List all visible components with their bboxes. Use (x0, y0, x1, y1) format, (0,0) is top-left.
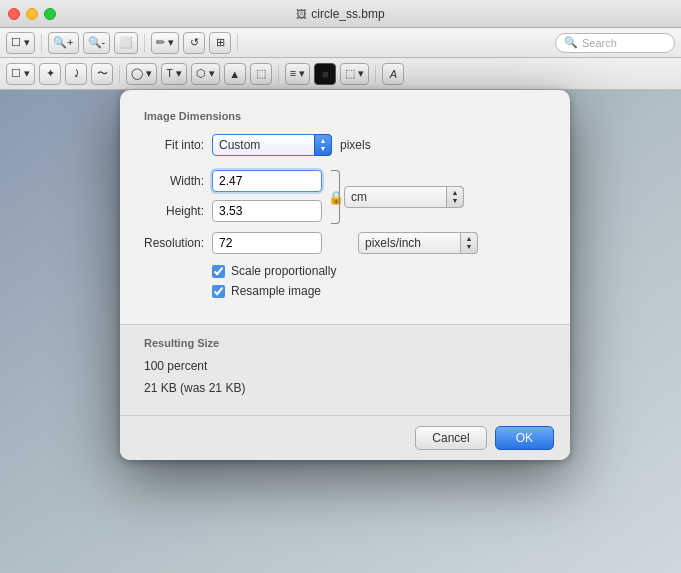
scale-proportionally-row: Scale proportionally (212, 264, 546, 278)
result-filesize: 21 KB (was 21 KB) (144, 381, 546, 395)
magic-btn[interactable]: ✦ (39, 63, 61, 85)
result-section: Resulting Size 100 percent 21 KB (was 21… (120, 324, 570, 415)
scale-proportionally-checkbox[interactable] (212, 265, 225, 278)
shape-btn[interactable]: ◯ ▾ (126, 63, 157, 85)
stamp-btn[interactable]: ▲ (224, 63, 246, 85)
resample-image-checkbox[interactable] (212, 285, 225, 298)
toolbar-row2: ☐ ▾ ✦ ⤸ 〜 ◯ ▾ T ▾ ⬡ ▾ ▲ ⬚ ≡ ▾ ■ ⬚ ▾ A (0, 58, 681, 90)
separator1 (41, 34, 42, 52)
pixels-label: pixels (340, 138, 371, 152)
wh-inputs: Width: 2.47 Height: 3.53 (144, 170, 322, 222)
fit-btn[interactable]: ⬜ (114, 32, 138, 54)
lock-connector: 🔒 (324, 170, 344, 224)
action-btn[interactable]: ⊞ (209, 32, 231, 54)
search-box[interactable]: 🔍 Search (555, 33, 675, 53)
resolution-input[interactable]: 72 (212, 232, 322, 254)
rotate-btn[interactable]: ↺ (183, 32, 205, 54)
wh-section: Width: 2.47 Height: 3.53 🔒 cm px (144, 170, 546, 224)
zoom-in-btn[interactable]: 🔍+ (48, 32, 78, 54)
height-input[interactable]: 3.53 (212, 200, 322, 222)
title-bar: 🖼circle_ss.bmp (0, 0, 681, 28)
result-title: Resulting Size (144, 337, 546, 349)
toolbar-row1: ☐ ▾ 🔍+ 🔍- ⬜ ✏ ▾ ↺ ⊞ 🔍 Search (0, 28, 681, 58)
dialog-footer: Cancel OK (120, 415, 570, 460)
minimize-button[interactable] (26, 8, 38, 20)
resolution-unit-select[interactable]: pixels/inch pixels/cm (358, 232, 478, 254)
cancel-button[interactable]: Cancel (415, 426, 486, 450)
zoom-out-btn[interactable]: 🔍- (83, 32, 111, 54)
maximize-button[interactable] (44, 8, 56, 20)
fitinto-select[interactable]: Custom Print Size Screen Size (212, 134, 332, 156)
width-label: Width: (144, 174, 204, 188)
pencil-btn[interactable]: ✏ ▾ (151, 32, 179, 54)
ok-button[interactable]: OK (495, 426, 554, 450)
height-label: Height: (144, 204, 204, 218)
resample-image-label: Resample image (231, 284, 321, 298)
select-tool-btn[interactable]: ☐ ▾ (6, 32, 35, 54)
scale-proportionally-label: Scale proportionally (231, 264, 336, 278)
fitinto-select-wrapper[interactable]: Custom Print Size Screen Size ▲ ▼ (212, 134, 332, 156)
search-placeholder: Search (582, 37, 617, 49)
res-unit-wrapper[interactable]: pixels/inch pixels/cm ▲ ▼ (358, 232, 478, 254)
separator4 (119, 65, 120, 83)
resolution-label: Resolution: (144, 236, 204, 250)
height-row: Height: 3.53 (144, 200, 322, 222)
section-title: Image Dimensions (144, 110, 546, 122)
unit-wrapper: cm px in mm % ▲ ▼ (344, 170, 464, 224)
unit-select[interactable]: cm px in mm % (344, 186, 464, 208)
width-input[interactable]: 2.47 (212, 170, 322, 192)
lock-icon: 🔒 (328, 190, 344, 205)
resolution-row: Resolution: 72 pixels/inch pixels/cm ▲ ▼ (144, 232, 546, 254)
window-title: 🖼circle_ss.bmp (296, 7, 384, 21)
fitinto-label: Fit into: (144, 138, 204, 152)
separator2 (144, 34, 145, 52)
separator6 (375, 65, 376, 83)
path-btn[interactable]: ⤸ (65, 63, 87, 85)
select2-btn[interactable]: ☐ ▾ (6, 63, 35, 85)
menu-btn[interactable]: ≡ ▾ (285, 63, 310, 85)
resample-row: Resample image (212, 284, 546, 298)
result-percent: 100 percent (144, 359, 546, 373)
curve-btn[interactable]: 〜 (91, 63, 113, 85)
separator3 (237, 34, 238, 52)
dialog-body: Image Dimensions Fit into: Custom Print … (120, 90, 570, 320)
close-button[interactable] (8, 8, 20, 20)
transform-btn[interactable]: ⬚ (250, 63, 272, 85)
image-dimensions-dialog: Image Dimensions Fit into: Custom Print … (120, 90, 570, 460)
font-btn[interactable]: A (382, 63, 404, 85)
color-btn[interactable]: ■ (314, 63, 336, 85)
checkboxes-area: Scale proportionally Resample image (212, 264, 546, 298)
width-row: Width: 2.47 (144, 170, 322, 192)
search-icon: 🔍 (564, 36, 578, 49)
unit-select-wrapper[interactable]: cm px in mm % ▲ ▼ (344, 186, 464, 208)
text-btn[interactable]: T ▾ (161, 63, 187, 85)
fitinto-row: Fit into: Custom Print Size Screen Size … (144, 134, 546, 156)
stroke-btn[interactable]: ⬚ ▾ (340, 63, 369, 85)
traffic-lights (8, 8, 56, 20)
fill-btn[interactable]: ⬡ ▾ (191, 63, 220, 85)
file-icon: 🖼 (296, 8, 307, 20)
separator5 (278, 65, 279, 83)
